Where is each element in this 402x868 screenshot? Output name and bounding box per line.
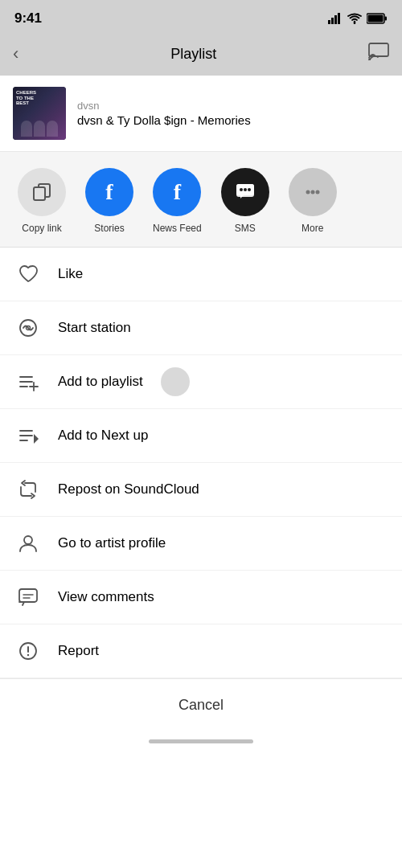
svg-rect-10 xyxy=(34,187,45,200)
touch-ripple xyxy=(161,367,190,396)
more-icon xyxy=(289,168,337,216)
svg-rect-3 xyxy=(338,13,340,24)
battery-icon xyxy=(367,13,388,24)
person-icon xyxy=(16,531,40,555)
svg-point-29 xyxy=(24,536,32,544)
track-info: dvsn dvsn & Ty Dolla $ign - Memories xyxy=(77,100,389,127)
cancel-button[interactable]: Cancel xyxy=(0,678,402,731)
like-item[interactable]: Like xyxy=(0,248,402,301)
view-comments-item[interactable]: View comments xyxy=(0,571,402,624)
repost-label: Repost on SoundCloud xyxy=(58,481,199,497)
copy-link-label: Copy link xyxy=(22,223,61,234)
track-row: CHEERSTO THEBEST dvsn dvsn & Ty Dolla $i… xyxy=(0,76,402,152)
stories-label: Stories xyxy=(94,223,124,234)
share-copy-link[interactable]: Copy link xyxy=(8,168,76,234)
share-more[interactable]: More xyxy=(279,168,347,234)
sms-label: SMS xyxy=(235,223,256,234)
station-icon xyxy=(16,316,40,340)
svg-point-16 xyxy=(310,190,314,194)
svg-point-35 xyxy=(27,654,29,656)
track-artwork: CHEERSTO THEBEST xyxy=(13,87,66,140)
svg-rect-5 xyxy=(368,15,384,23)
nav-bar: ‹ Playlist xyxy=(0,35,402,76)
svg-point-13 xyxy=(244,188,247,191)
stories-icon: f xyxy=(85,168,133,216)
more-label: More xyxy=(302,223,323,234)
news-feed-label: News Feed xyxy=(153,223,202,234)
track-artist: dvsn xyxy=(77,100,389,112)
view-comments-label: View comments xyxy=(58,589,154,605)
status-icons xyxy=(328,13,388,24)
svg-rect-0 xyxy=(328,20,330,24)
like-label: Like xyxy=(58,266,83,282)
share-row: Copy link f Stories f News Feed xyxy=(0,152,402,248)
report-label: Report xyxy=(58,643,99,659)
artwork-text: CHEERSTO THEBEST xyxy=(16,90,36,106)
svg-rect-30 xyxy=(19,589,37,602)
add-playlist-icon xyxy=(16,370,40,394)
artist-profile-item[interactable]: Go to artist profile xyxy=(0,517,402,571)
heart-icon xyxy=(16,262,40,286)
report-item[interactable]: Report xyxy=(0,624,402,678)
comment-icon xyxy=(16,585,40,609)
artist-profile-label: Go to artist profile xyxy=(58,535,166,551)
home-bar xyxy=(149,739,253,743)
nav-title: Playlist xyxy=(170,46,216,63)
repost-icon xyxy=(16,477,40,502)
track-title: dvsn & Ty Dolla $ign - Memories xyxy=(77,113,389,127)
svg-rect-2 xyxy=(334,15,337,24)
share-sms[interactable]: SMS xyxy=(211,168,279,234)
add-to-next-up-label: Add to Next up xyxy=(58,428,148,444)
share-stories[interactable]: f Stories xyxy=(76,168,143,234)
add-to-playlist-item[interactable]: Add to playlist xyxy=(0,355,402,409)
next-up-icon xyxy=(16,424,40,448)
svg-point-17 xyxy=(315,190,319,194)
add-to-next-up-item[interactable]: Add to Next up xyxy=(0,409,402,463)
news-feed-icon: f xyxy=(153,168,201,216)
status-time: 9:41 xyxy=(14,10,42,27)
svg-rect-1 xyxy=(331,18,334,24)
copy-link-icon xyxy=(18,168,66,216)
start-station-item[interactable]: Start station xyxy=(0,301,402,355)
cast-icon[interactable] xyxy=(368,43,389,65)
signal-icon xyxy=(328,13,343,24)
wifi-icon xyxy=(347,13,362,24)
back-button[interactable]: ‹ xyxy=(13,43,18,64)
status-bar: 9:41 xyxy=(0,0,402,35)
start-station-label: Start station xyxy=(58,320,131,336)
report-icon xyxy=(16,639,40,663)
home-indicator xyxy=(0,731,402,756)
svg-rect-6 xyxy=(385,17,388,21)
svg-marker-28 xyxy=(34,434,39,444)
add-to-playlist-label: Add to playlist xyxy=(58,374,143,390)
svg-point-12 xyxy=(240,188,243,191)
repost-item[interactable]: Repost on SoundCloud xyxy=(0,463,402,517)
sms-icon xyxy=(221,168,269,216)
share-news-feed[interactable]: f News Feed xyxy=(143,168,211,234)
svg-point-14 xyxy=(248,188,251,191)
svg-point-15 xyxy=(306,190,310,194)
menu-list: Like Start station Add to playlist xyxy=(0,248,402,678)
